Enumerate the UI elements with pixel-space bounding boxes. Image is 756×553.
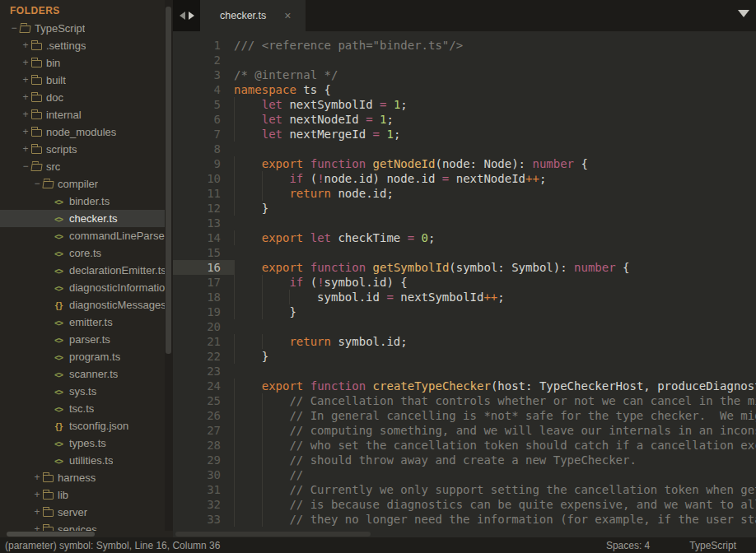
expand-icon[interactable]: + bbox=[31, 486, 43, 504]
indent-guide bbox=[234, 171, 262, 186]
code-line[interactable]: 29// should throw away and create a new … bbox=[173, 453, 756, 467]
sidebar-item-commandlineparser-ts[interactable]: <>commandLineParser.ts bbox=[0, 227, 165, 244]
code-line[interactable]: 14export let checkTime = 0; bbox=[173, 230, 756, 245]
sidebar-horizontal-scrollbar-thumb[interactable] bbox=[7, 532, 95, 537]
sidebar-item-diagnosticinformationmap-generated-ts[interactable]: <>diagnosticInformationMap.generated.ts bbox=[0, 279, 165, 296]
code-line[interactable]: 32// is because diagnostics can be quite… bbox=[173, 497, 756, 512]
sidebar-item-scanner-ts[interactable]: <>scanner.ts bbox=[0, 365, 165, 383]
expand-icon[interactable]: + bbox=[20, 123, 31, 141]
expand-icon[interactable]: + bbox=[20, 72, 31, 89]
code-line[interactable]: 6let nextNodeId = 1; bbox=[173, 112, 756, 127]
indent-guide bbox=[262, 453, 290, 467]
code-line-text: if (!symbol.id) { bbox=[234, 275, 756, 290]
code-line[interactable]: 9export function getNodeId(node: Node): … bbox=[173, 156, 756, 171]
expand-icon[interactable]: + bbox=[31, 521, 43, 531]
code-line[interactable]: 31// Currently we only support setting t… bbox=[173, 482, 756, 497]
code-line[interactable]: 5let nextSymbolId = 1; bbox=[173, 97, 756, 112]
sidebar-item-core-ts[interactable]: <>core.ts bbox=[0, 244, 165, 262]
code-line[interactable]: 1/// <reference path="binder.ts"/> bbox=[173, 38, 756, 53]
code-line[interactable]: 28// who set the cancellation token shou… bbox=[173, 438, 756, 453]
expand-icon[interactable]: + bbox=[20, 37, 31, 54]
code-line[interactable]: 30// bbox=[173, 467, 756, 482]
code-line[interactable]: 4namespace ts { bbox=[173, 82, 756, 97]
sidebar-item-parser-ts[interactable]: <>parser.ts bbox=[0, 331, 165, 348]
tab-scroll-left-icon[interactable] bbox=[180, 12, 185, 20]
sidebar-item-sys-ts[interactable]: <>sys.ts bbox=[0, 383, 165, 400]
sidebar-item-internal[interactable]: +internal bbox=[0, 106, 165, 123]
tree-item-label: binder.ts bbox=[69, 193, 110, 210]
code-line[interactable]: 24export function createTypeChecker(host… bbox=[173, 379, 756, 393]
code-line[interactable]: 15 bbox=[173, 245, 756, 260]
code-line[interactable]: 18symbol.id = nextSymbolId++; bbox=[173, 290, 756, 304]
sidebar-item-compiler[interactable]: −compiler bbox=[0, 175, 165, 193]
sidebar-vertical-scrollbar[interactable] bbox=[165, 0, 173, 531]
code-line[interactable]: 22} bbox=[173, 349, 756, 364]
tab-checker-ts[interactable]: checker.ts × bbox=[200, 0, 306, 31]
code-line[interactable]: 25// Cancellation that controls whether … bbox=[173, 393, 756, 408]
code-line[interactable]: 20 bbox=[173, 319, 756, 334]
sidebar-item-harness[interactable]: +harness bbox=[0, 469, 165, 486]
sidebar-item-server[interactable]: +server bbox=[0, 504, 165, 521]
code-line[interactable]: 2 bbox=[173, 53, 756, 67]
sidebar-item-built[interactable]: +built bbox=[0, 72, 165, 89]
collapse-icon[interactable]: − bbox=[8, 20, 20, 37]
sidebar-item-doc[interactable]: +doc bbox=[0, 89, 165, 106]
tree-item-label: scanner.ts bbox=[69, 365, 118, 383]
tab-close-icon[interactable]: × bbox=[284, 10, 291, 21]
sidebar-item-scripts[interactable]: +scripts bbox=[0, 141, 165, 158]
folders-header: FOLDERS bbox=[0, 0, 165, 20]
code-line[interactable]: 27// computing something, and we will le… bbox=[173, 423, 756, 438]
collapse-icon[interactable]: − bbox=[20, 158, 31, 175]
sidebar-item-emitter-ts[interactable]: <>emitter.ts bbox=[0, 314, 165, 331]
sidebar-item-program-ts[interactable]: <>program.ts bbox=[0, 348, 165, 365]
expand-icon[interactable]: + bbox=[20, 54, 31, 72]
code-line[interactable]: 8 bbox=[173, 142, 756, 156]
sidebar-item-diagnosticmessages-json[interactable]: {}diagnosticMessages.json bbox=[0, 296, 165, 314]
sidebar-item-tsconfig-json[interactable]: {}tsconfig.json bbox=[0, 417, 165, 434]
editor-horizontal-scrollbar-thumb[interactable] bbox=[175, 532, 371, 537]
sidebar-item-declarationemitter-ts[interactable]: <>declarationEmitter.ts bbox=[0, 262, 165, 279]
status-indentation[interactable]: Spaces: 4 bbox=[606, 540, 650, 551]
code-line[interactable]: 16export function getSymbolId(symbol: Sy… bbox=[173, 260, 756, 275]
code-line[interactable]: 12} bbox=[173, 201, 756, 216]
code-line[interactable]: 19} bbox=[173, 304, 756, 319]
collapse-icon[interactable]: − bbox=[31, 175, 43, 193]
code-line[interactable]: 17if (!symbol.id) { bbox=[173, 275, 756, 290]
sidebar-item-types-ts[interactable]: <>types.ts bbox=[0, 434, 165, 452]
expand-icon[interactable]: + bbox=[31, 504, 43, 521]
code-line[interactable]: 26// In general cancelling is *not* safe… bbox=[173, 408, 756, 423]
sidebar-item-services[interactable]: +services bbox=[0, 521, 165, 531]
line-number: 3 bbox=[173, 67, 234, 82]
tab-scroll-right-icon[interactable] bbox=[189, 12, 194, 20]
sidebar-item-src[interactable]: −src bbox=[0, 158, 165, 175]
code-editor[interactable]: 1/// <reference path="binder.ts"/>23/* @… bbox=[173, 31, 756, 527]
code-file-icon: <> bbox=[54, 227, 69, 244]
sidebar-item-utilities-ts[interactable]: <>utilities.ts bbox=[0, 452, 165, 469]
sidebar-item--settings[interactable]: +.settings bbox=[0, 37, 165, 54]
sidebar-item-lib[interactable]: +lib bbox=[0, 486, 165, 504]
code-line-text: /// <reference path="binder.ts"/> bbox=[234, 38, 756, 53]
sidebar-item-binder-ts[interactable]: <>binder.ts bbox=[0, 193, 165, 210]
tree-item-label: utilities.ts bbox=[69, 452, 113, 469]
sidebar-item-typescript[interactable]: −TypeScript bbox=[0, 20, 165, 37]
sidebar-item-checker-ts[interactable]: <>checker.ts bbox=[0, 210, 165, 227]
expand-icon[interactable]: + bbox=[31, 469, 43, 486]
line-number: 30 bbox=[173, 467, 234, 482]
code-line[interactable]: 23 bbox=[173, 364, 756, 379]
code-line[interactable]: 11return node.id; bbox=[173, 186, 756, 201]
status-syntax[interactable]: TypeScript bbox=[689, 540, 736, 551]
sidebar-vertical-scrollbar-thumb[interactable] bbox=[166, 7, 171, 354]
code-line[interactable]: 7let nextMergeId = 1; bbox=[173, 127, 756, 142]
expand-icon[interactable]: + bbox=[20, 106, 31, 123]
sidebar-item-node-modules[interactable]: +node_modules bbox=[0, 123, 165, 141]
tab-overflow-dropdown-icon[interactable] bbox=[738, 10, 749, 17]
code-line[interactable]: 13 bbox=[173, 216, 756, 230]
code-line[interactable]: 21return symbol.id; bbox=[173, 334, 756, 349]
code-line[interactable]: 3/* @internal */ bbox=[173, 67, 756, 82]
code-line[interactable]: 10if (!node.id) node.id = nextNodeId++; bbox=[173, 171, 756, 186]
sidebar-item-tsc-ts[interactable]: <>tsc.ts bbox=[0, 400, 165, 417]
expand-icon[interactable]: + bbox=[20, 89, 31, 106]
expand-icon[interactable]: + bbox=[20, 141, 31, 158]
sidebar-item-bin[interactable]: +bin bbox=[0, 54, 165, 72]
code-line[interactable]: 33// they no longer need the information… bbox=[173, 512, 756, 527]
